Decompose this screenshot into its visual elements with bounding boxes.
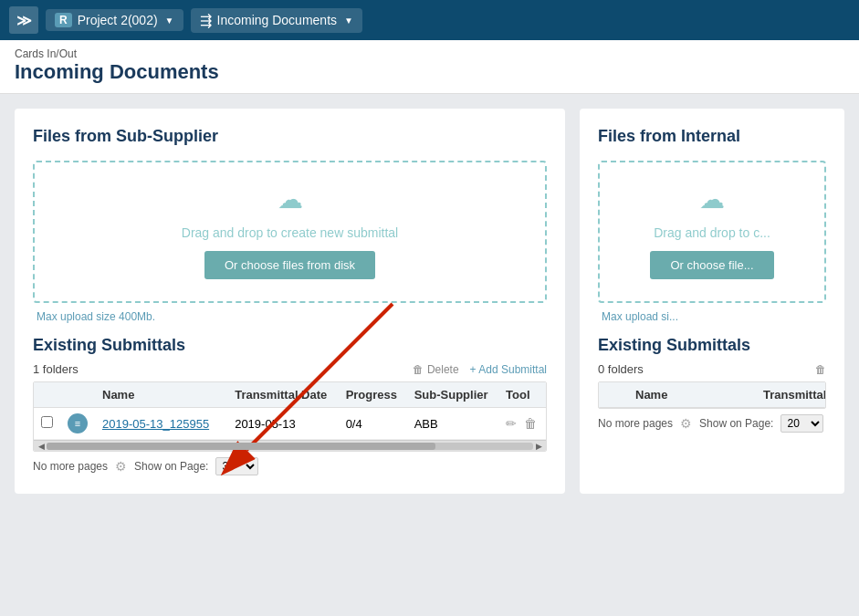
col-header-progress: Progress — [339, 382, 407, 408]
right-table-container: Name Transmittal Date — [598, 381, 826, 409]
incoming-docs-label: Incoming Documents — [217, 13, 338, 27]
row-name-cell[interactable]: 2019-05-13_125955 — [95, 408, 227, 440]
add-submittal-button[interactable]: + Add Submittal — [470, 363, 547, 376]
no-more-pages-label: No more pages — [33, 460, 108, 473]
right-card: Files from Internal ☁ Drag and drop to c… — [580, 109, 844, 494]
row-name-link[interactable]: 2019-05-13_125955 — [102, 417, 209, 431]
right-submittals-toolbar: 0 folders 🗑 — [598, 362, 826, 376]
table-scrollbar[interactable]: ◀ ▶ — [34, 440, 546, 451]
row-checkbox[interactable] — [41, 416, 53, 428]
pagination-row: No more pages ⚙ Show on Page: 10 20 30 5… — [33, 457, 547, 475]
dropzone-label: Drag and drop to create new submittal — [182, 225, 398, 240]
table-header-row: Name Transmittal Date Progress Sub-Suppl… — [34, 382, 546, 408]
right-toolbar-actions: 🗑 — [815, 363, 826, 376]
max-upload-label: Max upload size 400Mb. — [33, 310, 547, 323]
right-max-upload-label: Max upload si... — [598, 310, 826, 323]
breadcrumb: Cards In/Out — [15, 47, 844, 60]
scroll-left-icon[interactable]: ◀ — [36, 441, 47, 452]
logo-icon: ≫ — [16, 12, 32, 29]
right-dropzone-label: Drag and drop to c... — [654, 225, 770, 240]
right-upload-cloud-icon: ☁ — [699, 184, 725, 214]
show-on-page-select[interactable]: 10 20 30 50 100 — [215, 457, 258, 475]
right-card-title: Files from Internal — [598, 127, 826, 146]
right-col-header-transmittal: Transmittal Date — [756, 382, 826, 408]
right-show-on-page-label: Show on Page: — [699, 417, 773, 430]
right-existing-submittals-title: Existing Submittals — [598, 336, 826, 355]
left-dropzone[interactable]: ☁ Drag and drop to create new submittal … — [33, 161, 547, 303]
right-trash-icon: 🗑 — [815, 363, 826, 376]
col-header-supplier: Sub-Supplier — [407, 382, 498, 408]
col-header-transmittal: Transmittal Date — [227, 382, 338, 408]
right-delete-button[interactable]: 🗑 — [815, 363, 826, 376]
upload-cloud-icon: ☁ — [278, 184, 303, 214]
page-header: Cards In/Out Incoming Documents — [0, 40, 859, 94]
col-header-tools: Tool — [498, 382, 546, 408]
page-title: Incoming Documents — [15, 60, 844, 84]
right-no-more-pages-label: No more pages — [598, 417, 673, 430]
project-chevron-icon: ▼ — [165, 16, 174, 26]
app-logo[interactable]: ≫ — [9, 6, 38, 34]
row-checkbox-cell[interactable] — [34, 408, 60, 440]
col-header-check — [34, 382, 60, 408]
right-col-header-icon — [613, 382, 628, 408]
scroll-right-icon[interactable]: ▶ — [533, 441, 544, 452]
edit-icon[interactable]: ✏ — [506, 416, 517, 431]
left-card-title: Files from Sub-Supplier — [33, 127, 547, 146]
delete-label: Delete — [427, 363, 459, 376]
scroll-thumb — [47, 443, 435, 450]
right-dropzone[interactable]: ☁ Drag and drop to c... Or choose file..… — [598, 161, 826, 303]
trash-icon: 🗑 — [413, 363, 424, 376]
submittals-toolbar: 1 folders 🗑 Delete + Add Submittal — [33, 362, 547, 376]
right-folders-count: 0 folders — [598, 362, 644, 376]
delete-button[interactable]: 🗑 Delete — [413, 363, 459, 376]
incoming-docs-chevron-icon: ▼ — [344, 16, 353, 26]
right-col-header-check — [599, 382, 613, 408]
right-table-header: Name Transmittal Date — [599, 382, 826, 408]
project-icon-badge: R — [55, 13, 72, 27]
table-row: ≡ 2019-05-13_125955 2019-05-13 0/4 ABB ✏… — [34, 408, 546, 440]
project-nav-item[interactable]: R Project 2(002) ▼ — [46, 9, 183, 31]
row-progress-cell: 0/4 — [339, 408, 407, 440]
right-submittals-table: Name Transmittal Date — [599, 382, 826, 408]
show-on-page-label: Show on Page: — [134, 460, 208, 473]
row-tools-cell[interactable]: ✏ 🗑 — [498, 408, 546, 440]
scroll-track[interactable] — [47, 443, 533, 450]
right-table-header-row: Name Transmittal Date — [599, 382, 826, 408]
table-body: ≡ 2019-05-13_125955 2019-05-13 0/4 ABB ✏… — [34, 408, 546, 440]
folders-count: 1 folders — [33, 362, 79, 376]
right-show-on-page-select[interactable]: 10 20 30 50 100 — [780, 414, 823, 433]
row-transmittal-cell: 2019-05-13 — [227, 408, 338, 440]
row-icon-cell: ≡ — [60, 408, 95, 440]
row-supplier-cell: ABB — [407, 408, 498, 440]
project-label: Project 2(002) — [78, 13, 158, 27]
incoming-docs-icon: ⇶ — [200, 12, 212, 29]
submittals-table: Name Transmittal Date Progress Sub-Suppl… — [34, 382, 546, 440]
row-icon: ≡ — [68, 413, 88, 433]
toolbar-actions: 🗑 Delete + Add Submittal — [413, 363, 547, 376]
right-col-header-name: Name — [628, 382, 756, 408]
settings-gear-icon[interactable]: ⚙ — [115, 459, 127, 474]
right-settings-gear-icon[interactable]: ⚙ — [680, 416, 692, 431]
table-scroll[interactable]: Name Transmittal Date Progress Sub-Suppl… — [34, 382, 546, 440]
right-pagination-row: No more pages ⚙ Show on Page: 10 20 30 5… — [598, 414, 826, 433]
main-content: Files from Sub-Supplier ☁ Drag and drop … — [0, 94, 859, 508]
submittals-table-container: Name Transmittal Date Progress Sub-Suppl… — [33, 381, 547, 452]
table-header: Name Transmittal Date Progress Sub-Suppl… — [34, 382, 546, 408]
left-card: Files from Sub-Supplier ☁ Drag and drop … — [15, 109, 565, 494]
col-header-name: Name — [95, 382, 227, 408]
top-navigation: ≫ R Project 2(002) ▼ ⇶ Incoming Document… — [0, 0, 859, 40]
right-choose-files-button[interactable]: Or choose file... — [650, 251, 773, 279]
add-submittal-label: + Add Submittal — [470, 363, 547, 376]
choose-files-button[interactable]: Or choose files from disk — [204, 251, 375, 279]
incoming-docs-nav-item[interactable]: ⇶ Incoming Documents ▼ — [191, 8, 362, 33]
col-header-icon — [60, 382, 95, 408]
existing-submittals-title: Existing Submittals — [33, 336, 547, 355]
delete-row-icon[interactable]: 🗑 — [524, 416, 537, 431]
